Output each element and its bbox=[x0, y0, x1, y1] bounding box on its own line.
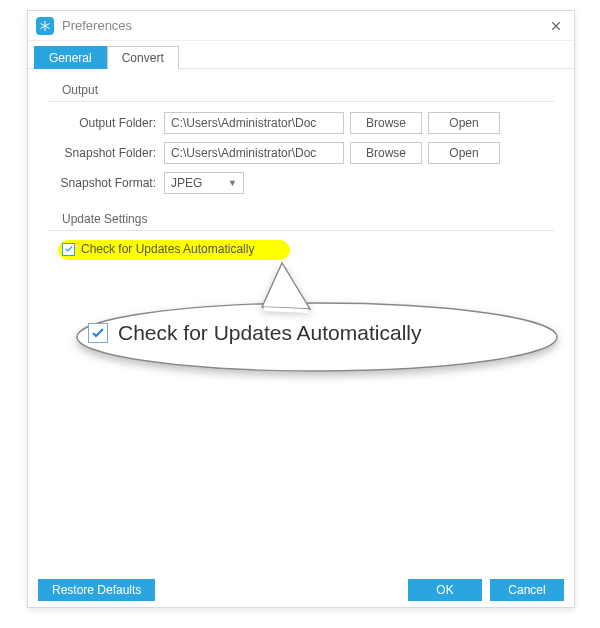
callout-content: Check for Updates Automatically bbox=[88, 321, 421, 345]
check-updates-label: Check for Updates Automatically bbox=[81, 242, 254, 256]
callout-text: Check for Updates Automatically bbox=[118, 321, 421, 345]
snapshot-format-select[interactable]: JPEG ▼ bbox=[164, 172, 244, 194]
preferences-dialog: Preferences General Convert Output Outpu… bbox=[27, 10, 575, 608]
chevron-down-icon: ▼ bbox=[228, 178, 237, 188]
snapshot-format-row: Snapshot Format: JPEG ▼ bbox=[48, 172, 554, 194]
app-logo-icon bbox=[36, 17, 54, 35]
tab-general[interactable]: General bbox=[34, 46, 107, 69]
check-updates-checkbox[interactable] bbox=[62, 243, 75, 256]
footer: Restore Defaults OK Cancel bbox=[28, 573, 574, 607]
output-folder-open-button[interactable]: Open bbox=[428, 112, 500, 134]
cancel-button[interactable]: Cancel bbox=[490, 579, 564, 601]
update-group-title: Update Settings bbox=[48, 212, 554, 231]
output-group-title: Output bbox=[48, 83, 554, 102]
close-icon bbox=[550, 20, 562, 32]
snapshot-folder-label: Snapshot Folder: bbox=[48, 146, 164, 160]
ok-button[interactable]: OK bbox=[408, 579, 482, 601]
callout-checkbox-icon bbox=[88, 323, 108, 343]
tab-bar: General Convert bbox=[28, 41, 574, 69]
snapshot-folder-input[interactable] bbox=[164, 142, 344, 164]
snapshot-folder-row: Snapshot Folder: Browse Open bbox=[48, 142, 554, 164]
output-folder-label: Output Folder: bbox=[48, 116, 164, 130]
snapshot-folder-open-button[interactable]: Open bbox=[428, 142, 500, 164]
check-updates-row: Check for Updates Automatically bbox=[48, 241, 554, 263]
snapshot-format-label: Snapshot Format: bbox=[48, 176, 164, 190]
update-section: Update Settings Check for Updates Automa… bbox=[48, 212, 554, 263]
output-folder-input[interactable] bbox=[164, 112, 344, 134]
restore-defaults-button[interactable]: Restore Defaults bbox=[38, 579, 155, 601]
titlebar: Preferences bbox=[28, 11, 574, 41]
checkmark-icon bbox=[64, 244, 74, 254]
close-button[interactable] bbox=[546, 16, 566, 36]
output-folder-row: Output Folder: Browse Open bbox=[48, 112, 554, 134]
output-folder-browse-button[interactable]: Browse bbox=[350, 112, 422, 134]
checkmark-icon bbox=[90, 325, 106, 341]
window-title: Preferences bbox=[62, 18, 546, 33]
tab-convert[interactable]: Convert bbox=[107, 46, 179, 69]
snapshot-format-value: JPEG bbox=[171, 176, 202, 190]
content-area: Output Output Folder: Browse Open Snapsh… bbox=[28, 69, 574, 263]
snapshot-folder-browse-button[interactable]: Browse bbox=[350, 142, 422, 164]
